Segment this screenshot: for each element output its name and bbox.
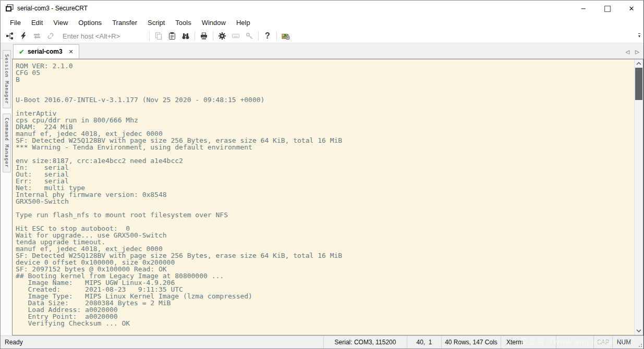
window-title: serial-com3 - SecureCRT	[17, 5, 88, 12]
scrollbar-track[interactable]	[635, 68, 643, 327]
enter-host-input[interactable]: Enter host <Alt+R>	[63, 32, 140, 40]
tab-label: serial-com3	[28, 48, 63, 55]
tab-serial-com3[interactable]: ✔ serial-com3 ✕	[13, 44, 79, 58]
window-controls: − □ ✕	[572, 1, 643, 16]
status-ready: Ready	[1, 336, 323, 348]
menu-file[interactable]: File	[5, 17, 26, 28]
status-caps-lock: CAP	[593, 336, 612, 348]
status-serial-connection: Serial: COM3, 115200	[323, 336, 407, 348]
main-area: ROM VER: 2.1.0 CFG 05 B U-Boot 2016.07-I…	[1, 59, 643, 335]
menu-window[interactable]: Window	[197, 17, 231, 28]
connected-check-icon: ✔	[19, 48, 25, 56]
close-button[interactable]: ✕	[619, 1, 643, 16]
tab-bar: ✔ serial-com3 ✕ ◁ ▷	[1, 43, 643, 59]
menu-script[interactable]: Script	[142, 17, 170, 28]
tab-scroll-right-icon[interactable]: ▷	[635, 49, 639, 55]
securecrt-window: serial-com3 - SecureCRT − □ ✕ File Edit …	[0, 0, 644, 349]
toolbar: Enter host <Alt+R>	[1, 29, 643, 43]
side-panel-tabs: Session Manager Command Manager	[1, 50, 12, 172]
quick-connect-icon[interactable]	[17, 30, 30, 42]
title-bar: serial-com3 - SecureCRT − □ ✕	[1, 1, 643, 16]
menu-edit[interactable]: Edit	[26, 17, 48, 28]
terminal-output[interactable]: ROM VER: 2.1.0 CFG 05 B U-Boot 2016.07-I…	[13, 59, 634, 335]
maximize-button[interactable]: □	[596, 1, 619, 16]
status-spacer	[556, 336, 593, 348]
status-terminal-size: 40 Rows, 147 Cols	[441, 336, 501, 348]
disconnect-icon[interactable]	[44, 30, 57, 42]
menu-view[interactable]: View	[48, 17, 73, 28]
toolbar-separator	[195, 31, 195, 41]
resize-grip[interactable]	[635, 336, 643, 348]
vertical-scrollbar[interactable]	[634, 59, 643, 335]
find-icon[interactable]	[179, 30, 192, 42]
minimize-button[interactable]: −	[572, 1, 596, 16]
scrollbar-thumb[interactable]	[635, 68, 642, 100]
tab-close-icon[interactable]: ✕	[69, 48, 74, 55]
menu-tools[interactable]: Tools	[170, 17, 196, 28]
toolbar-separator	[258, 31, 259, 41]
tab-scroll-left-icon[interactable]: ◁	[626, 49, 630, 55]
menu-help[interactable]: Help	[231, 17, 256, 28]
toolbar-separator	[276, 31, 277, 41]
status-cursor-position: 40, 1	[407, 336, 441, 348]
keyboard-icon[interactable]	[229, 30, 242, 42]
reconnect-icon[interactable]	[30, 30, 44, 42]
menu-bar: File Edit View Options Transfer Script T…	[1, 16, 643, 29]
connect-in-tab-icon[interactable]	[279, 30, 293, 42]
session-manager-icon[interactable]	[3, 30, 17, 42]
terminal-frame: ROM VER: 2.1.0 CFG 05 B U-Boot 2016.07-I…	[12, 59, 643, 335]
menu-options[interactable]: Options	[73, 17, 107, 28]
status-num-lock: NUM	[612, 336, 635, 348]
paste-icon[interactable]	[165, 30, 179, 42]
tab-scroll-arrows: ◁ ▷	[626, 49, 643, 55]
gear-icon[interactable]	[215, 30, 229, 42]
sidebar-tab-command-manager[interactable]: Command Manager	[3, 114, 11, 172]
copy-icon[interactable]	[152, 30, 165, 42]
key-icon[interactable]	[242, 30, 256, 42]
scroll-down-icon[interactable]	[635, 327, 643, 335]
toolbar-separator	[213, 31, 213, 41]
print-icon[interactable]	[197, 30, 211, 42]
status-emulation: Xterm	[501, 336, 556, 348]
toolbar-overflow-icon[interactable]: ▾	[638, 33, 640, 39]
toolbar-separator	[149, 31, 150, 41]
status-bar: Ready Serial: COM3, 115200 40, 1 40 Rows…	[1, 335, 643, 348]
sidebar-tab-session-manager[interactable]: Session Manager	[3, 50, 11, 108]
help-icon[interactable]: ?	[261, 30, 274, 42]
app-icon	[5, 4, 14, 13]
menu-transfer[interactable]: Transfer	[107, 17, 142, 28]
scroll-up-icon[interactable]	[635, 59, 643, 68]
